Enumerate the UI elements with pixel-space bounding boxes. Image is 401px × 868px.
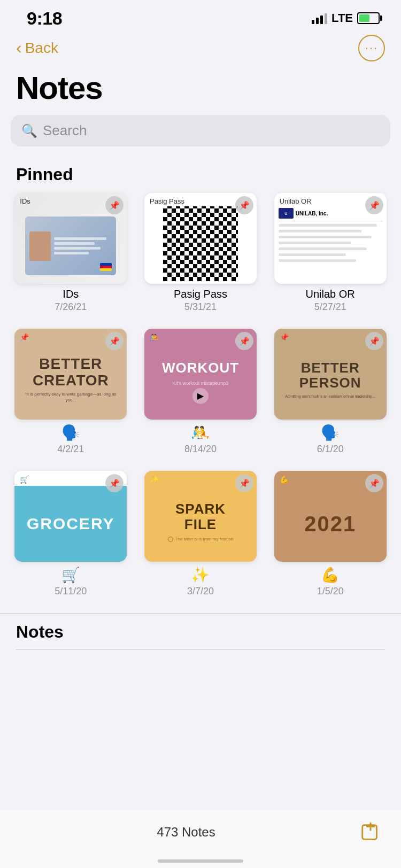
note-item-workout[interactable]: 🤼 📌 WORKOUT Kit's workout mixtape.mp3 ▶ … [141, 329, 261, 455]
status-time: 9:18 [27, 8, 62, 29]
search-bar[interactable]: 🔍 Search [11, 115, 390, 146]
pinned-section-header: Pinned [0, 159, 401, 193]
note-date-2021: 1/5/20 [317, 586, 344, 597]
note-date-ids: 7/26/21 [55, 301, 87, 313]
pinned-notes-row3: 🛒 📌 GROCERY 🛒 5/11/20 ✨ 📌 SPARKFILE The … [0, 471, 401, 613]
home-indicator [158, 859, 243, 863]
note-title-unilab: Unilab OR [306, 288, 355, 300]
qr-code-image [163, 206, 238, 281]
signal-icon [312, 12, 327, 24]
notes-section: Notes [0, 613, 401, 650]
note-card-spark: ✨ 📌 SPARKFILE The bitter pills from my f… [144, 471, 257, 562]
note-date-bc: 4/2/21 [57, 444, 84, 455]
pinned-notes-row2: 📌 📌 BETTERCREATOR "it is perfectly okay … [0, 329, 401, 471]
note-title-pasig: Pasig Pass [174, 288, 227, 300]
note-card-unilab: Unilab OR 📌 U UNILAB, Inc. [274, 193, 387, 284]
note-date-workout: 8/14/20 [184, 444, 217, 455]
pasig-label: Pasig Pass [150, 197, 184, 205]
note-item-better-person[interactable]: 📌 📌 BETTERPERSON Admitting one's fault i… [270, 329, 390, 455]
spark-title-text: SPARKFILE [175, 501, 226, 532]
back-button[interactable]: ‹ Back [16, 39, 58, 58]
grocery-title-text: GROCERY [27, 515, 115, 533]
search-icon: 🔍 [21, 123, 37, 138]
note-item-2021[interactable]: 💪 📌 2021 💪 1/5/20 [270, 471, 390, 597]
note-item-unilab[interactable]: Unilab OR 📌 U UNILAB, Inc. Unilab OR 5/2… [270, 193, 390, 313]
note-card-workout: 🤼 📌 WORKOUT Kit's workout mixtape.mp3 ▶ [144, 329, 257, 420]
bp-title-text: BETTERPERSON [299, 360, 361, 391]
note-item-pasig[interactable]: Pasig Pass 📌 Pasig Pass 5/31/21 [141, 193, 261, 313]
search-container: 🔍 Search [0, 115, 401, 159]
note-emoji-spark: ✨ [191, 566, 210, 584]
compose-button[interactable] [356, 818, 385, 847]
pin-icon-unilab: 📌 [365, 196, 383, 214]
note-card-2021: 💪 📌 2021 [274, 471, 387, 562]
spark-top-icon: ✨ [150, 475, 159, 484]
note-emoji-bc: 🗣️ [61, 424, 80, 441]
pin-icon-bp: 📌 [365, 332, 383, 350]
note-item-better-creator[interactable]: 📌 📌 BETTERCREATOR "it is perfectly okay … [11, 329, 131, 455]
note-card-grocery: 🛒 📌 GROCERY [14, 471, 127, 562]
note-item-grocery[interactable]: 🛒 📌 GROCERY 🛒 5/11/20 [11, 471, 131, 597]
note-item-spark[interactable]: ✨ 📌 SPARKFILE The bitter pills from my f… [141, 471, 261, 597]
pin-icon-spark: 📌 [235, 474, 253, 492]
pinned-notes-row1: IDs 📌 IDs 7/26/21 Pasig Pass [0, 193, 401, 329]
bp-top-icon: 📌 [280, 333, 289, 342]
bc-top-icon: 📌 [20, 333, 29, 342]
note-emoji-workout: 🤼 [191, 424, 210, 441]
note-emoji-grocery: 🛒 [61, 566, 80, 584]
notes-count: 473 Notes [16, 825, 356, 840]
status-icons: LTE [312, 11, 380, 25]
note-item-ids[interactable]: IDs 📌 IDs 7/26/21 [11, 193, 131, 313]
note-card-ids: IDs 📌 [14, 193, 127, 284]
note-emoji-2021: 💪 [321, 566, 340, 584]
note-emoji-bp: 🗣️ [321, 424, 340, 441]
grocery-top-icon: 🛒 [20, 475, 29, 484]
search-placeholder: Search [43, 122, 87, 139]
note-card-better-person: 📌 📌 BETTERPERSON Admitting one's fault i… [274, 329, 387, 420]
note-date-pasig: 5/31/21 [184, 301, 217, 313]
battery-icon [357, 12, 380, 24]
pin-icon-workout: 📌 [235, 332, 253, 350]
pin-icon-2021: 📌 [365, 474, 383, 492]
y2021-top-icon: 💪 [280, 475, 289, 484]
note-card-better-creator: 📌 📌 BETTERCREATOR "it is perfectly okay … [14, 329, 127, 420]
lte-icon: LTE [331, 11, 353, 25]
workout-title-text: WORKOUT [162, 360, 239, 376]
more-icon: ··· [365, 41, 378, 55]
compose-icon [359, 821, 382, 843]
nav-bar: ‹ Back ··· [0, 32, 401, 64]
y2021-title-text: 2021 [304, 512, 356, 536]
page-title: Notes [0, 64, 401, 115]
notes-section-title: Notes [16, 622, 385, 650]
status-bar: 9:18 LTE [0, 0, 401, 32]
note-date-grocery: 5/11/20 [55, 586, 87, 597]
bc-title-text: BETTERCREATOR [33, 356, 109, 389]
back-chevron-icon: ‹ [16, 38, 22, 58]
workout-top-icon: 🤼 [150, 333, 159, 342]
note-date-unilab: 5/27/21 [314, 301, 346, 313]
ids-label: IDs [20, 197, 30, 205]
note-date-spark: 3/7/20 [187, 586, 214, 597]
more-button[interactable]: ··· [358, 35, 385, 61]
pin-icon-pasig: 📌 [235, 196, 253, 214]
back-label: Back [25, 40, 58, 57]
unilab-label: Unilab OR [280, 197, 312, 205]
note-title-ids: IDs [63, 288, 79, 300]
note-card-pasig: Pasig Pass 📌 [144, 193, 257, 284]
note-date-bp: 6/1/20 [317, 444, 344, 455]
